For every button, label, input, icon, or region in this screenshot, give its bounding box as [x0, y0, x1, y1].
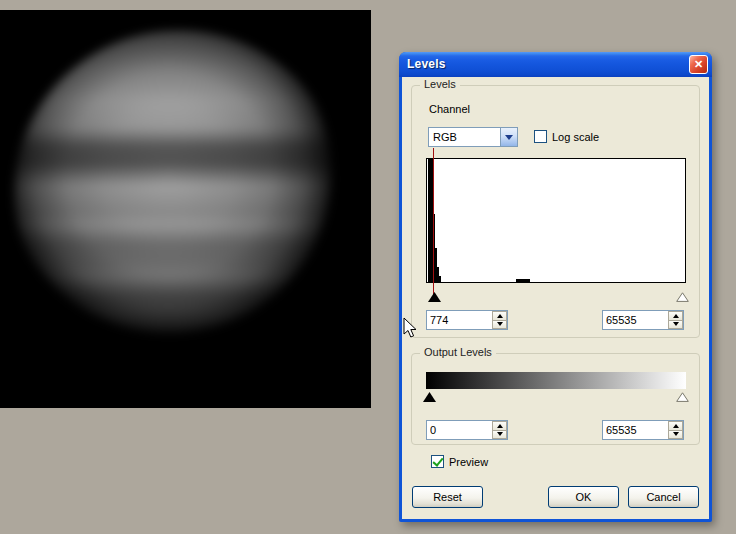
spinner-down-icon	[673, 432, 679, 436]
output-black-spin-down-button[interactable]	[492, 431, 507, 440]
cancel-button[interactable]: Cancel	[628, 486, 699, 508]
histogram-marker-line	[433, 148, 434, 298]
preview-label[interactable]: Preview	[449, 456, 488, 468]
output-black-spin-up-button[interactable]	[492, 421, 507, 431]
output-slider-black-handle[interactable]	[423, 392, 436, 402]
spinner-up-icon	[497, 314, 503, 318]
levels-group-caption: Levels	[420, 78, 460, 90]
output-slider-white-handle[interactable]	[676, 392, 689, 402]
levels-groupbox: Levels Channel RGB Log scale	[411, 85, 700, 338]
histogram-bar	[439, 276, 441, 282]
output-gradient-bar	[426, 372, 686, 389]
output-white-spinner	[668, 421, 683, 439]
reset-button[interactable]: Reset	[412, 486, 483, 508]
output-black-input[interactable]	[427, 421, 492, 439]
spinner-up-icon	[673, 314, 679, 318]
white-point-field	[602, 310, 684, 330]
spinner-down-icon	[497, 432, 503, 436]
histogram-panel	[426, 158, 686, 283]
output-white-field	[602, 420, 684, 440]
channel-value: RGB	[429, 131, 500, 143]
output-group-caption: Output Levels	[420, 346, 496, 358]
close-icon: ✕	[694, 58, 703, 70]
spinner-up-icon	[497, 424, 503, 428]
black-point-input[interactable]	[427, 311, 492, 329]
black-point-field	[426, 310, 508, 330]
black-point-spin-up-button[interactable]	[492, 311, 507, 321]
spinner-down-icon	[673, 322, 679, 326]
spinner-down-icon	[497, 322, 503, 326]
log-scale-checkbox[interactable]	[534, 130, 547, 143]
output-white-spin-down-button[interactable]	[668, 431, 683, 440]
output-groupbox: Output Levels	[411, 353, 700, 445]
white-point-spin-up-button[interactable]	[668, 311, 683, 321]
black-point-spinner	[492, 311, 507, 329]
dialog-title-bar[interactable]: Levels ✕	[399, 52, 712, 77]
output-white-spin-up-button[interactable]	[668, 421, 683, 431]
output-white-input[interactable]	[603, 421, 668, 439]
log-scale-label[interactable]: Log scale	[552, 131, 599, 143]
jupiter-image	[14, 30, 344, 355]
channel-label: Channel	[429, 103, 470, 115]
dialog-body: Levels Channel RGB Log scale	[402, 77, 709, 519]
spinner-up-icon	[673, 424, 679, 428]
dropdown-arrow-button[interactable]	[500, 128, 517, 146]
channel-dropdown[interactable]: RGB	[428, 127, 518, 147]
output-black-field	[426, 420, 508, 440]
preview-checkbox[interactable]	[431, 455, 444, 468]
white-point-input[interactable]	[603, 311, 668, 329]
desktop-background: Levels ✕ Levels Channel RGB Log scale	[0, 0, 736, 534]
chevron-down-icon	[505, 135, 513, 140]
black-point-spin-down-button[interactable]	[492, 321, 507, 330]
close-button[interactable]: ✕	[689, 55, 708, 74]
dialog-title: Levels	[407, 57, 446, 71]
levels-dialog: Levels ✕ Levels Channel RGB Log scale	[399, 52, 712, 522]
ok-button[interactable]: OK	[548, 486, 619, 508]
histogram-bar	[516, 279, 530, 282]
input-slider-black-handle[interactable]	[428, 292, 441, 302]
white-point-spinner	[668, 311, 683, 329]
output-black-spinner	[492, 421, 507, 439]
white-point-spin-down-button[interactable]	[668, 321, 683, 330]
input-slider-white-handle[interactable]	[676, 292, 689, 302]
image-viewport	[0, 10, 371, 408]
